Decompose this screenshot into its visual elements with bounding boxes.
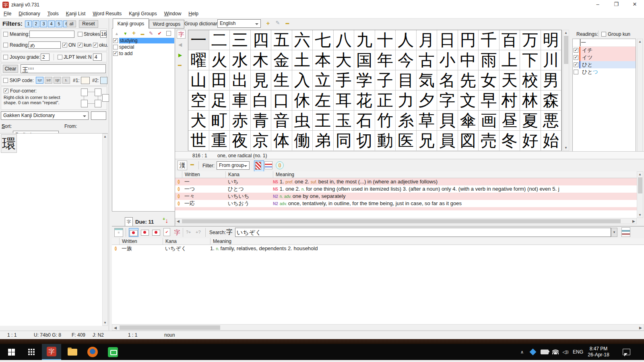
skip-type4-button[interactable]: 1. (62, 77, 70, 84)
uncheck-all-icon[interactable] (166, 31, 171, 36)
tray-chevron-icon[interactable]: ∧ (518, 344, 526, 360)
kanji-cell-夕[interactable]: 夕 (417, 90, 438, 111)
kun-checkbox[interactable] (78, 43, 83, 47)
kanji-cell-気[interactable]: 気 (417, 70, 438, 90)
remove-group-icon[interactable]: ▬ (139, 32, 146, 36)
meaning-checkbox[interactable] (3, 32, 8, 37)
results-hscrollbar[interactable]: ◀ ▶ (112, 324, 644, 331)
kanji-cell-夏[interactable]: 夏 (520, 111, 541, 131)
reading-item[interactable]: イチ (573, 47, 636, 54)
kanji-cell-四[interactable]: 四 (251, 30, 272, 50)
tray-language[interactable]: ENG (572, 344, 584, 360)
kanji-cell-先[interactable]: 先 (458, 70, 479, 90)
kanji-cell-始[interactable]: 始 (541, 131, 562, 151)
kanji-cell-十[interactable]: 十 (375, 30, 396, 50)
inflect-icon[interactable]: +? (196, 230, 201, 234)
skip2-input[interactable] (100, 77, 107, 84)
kanji-cell-画[interactable]: 画 (479, 111, 500, 131)
tray-dropbox-icon[interactable] (528, 344, 538, 360)
kanji-cell-入[interactable]: 入 (292, 70, 313, 90)
kanji-cell-白[interactable]: 白 (251, 90, 272, 111)
kanji-cell-悪[interactable]: 悪 (541, 111, 562, 131)
move-up-icon[interactable]: ▲ (113, 31, 120, 36)
fourcorner-bottomleft[interactable] (81, 100, 88, 107)
fourcorner-bottomright[interactable] (95, 100, 101, 107)
kanji-cell-上[interactable]: 上 (500, 50, 520, 70)
edit-group-icon[interactable]: ✎ (147, 31, 155, 36)
word-list-mode-icon[interactable]: ≡ (114, 228, 123, 237)
kanji-cell-曜[interactable]: 曜 (188, 50, 209, 70)
reading-checkbox[interactable] (574, 55, 578, 60)
word-filter-dropdown[interactable]: From group (217, 161, 250, 170)
menu-help[interactable]: Help (185, 10, 202, 18)
reading-checkbox[interactable] (574, 62, 578, 67)
word-table-scrollbar[interactable]: ▲ ▼ (637, 171, 643, 218)
menu-word-results[interactable]: Word Results (89, 10, 125, 18)
kanji-cell-働[interactable]: 働 (292, 131, 313, 151)
group-checkbox[interactable] (113, 38, 118, 43)
skip-type2-button[interactable]: 1/2 (45, 77, 52, 84)
kanji-cell-子[interactable]: 子 (375, 70, 396, 90)
menu-window[interactable]: Window (161, 10, 185, 18)
group-dictionary-dropdown[interactable]: English (217, 19, 261, 28)
kanji-cell-耳[interactable]: 耳 (334, 90, 355, 111)
kanji-cell-六[interactable]: 六 (292, 30, 313, 50)
kanji-cell-万[interactable]: 万 (520, 30, 541, 50)
menu-kanji-groups[interactable]: Kanji Groups (125, 10, 160, 18)
filter-all-button[interactable]: all (67, 21, 76, 27)
reading-item[interactable]: ひと (573, 61, 636, 68)
skip-checkbox[interactable] (3, 78, 8, 83)
search-jp-to-en-icon[interactable] (129, 228, 138, 237)
kanji-cell-男[interactable]: 男 (541, 70, 562, 90)
group-kun-checkbox[interactable] (601, 32, 606, 37)
kanji-cell-九[interactable]: 九 (354, 30, 375, 50)
search-history-dropdown[interactable]: ▼ (611, 228, 617, 237)
deinflect-icon[interactable]: ?+ (186, 230, 191, 234)
kanji-cell-正[interactable]: 正 (375, 90, 396, 111)
kanji-cell-切[interactable]: 切 (354, 131, 375, 151)
remove-kanji-icon[interactable]: ▬ (178, 63, 182, 67)
collapse-icon[interactable]: ▬ (190, 162, 194, 166)
word-row[interactable]: ()一応いちおうN2adv. once, tentatively, in out… (175, 200, 637, 207)
edit-dictionary-icon[interactable]: ✎ (275, 20, 281, 26)
word-list-icon[interactable] (264, 161, 272, 169)
kanji-cell-五[interactable]: 五 (271, 30, 292, 50)
kanji-cell-名[interactable]: 名 (437, 70, 458, 90)
tray-volume-icon[interactable]: ◁)) (560, 344, 571, 360)
kanji-cell-早[interactable]: 早 (479, 90, 500, 111)
menu-file[interactable]: File (0, 10, 15, 18)
menu-tools[interactable]: Tools (44, 10, 62, 18)
kanji-cell-字[interactable]: 字 (437, 90, 458, 111)
kanji-result-list[interactable]: 環 ▲ ▼ (0, 133, 108, 326)
group-item-special[interactable]: special (113, 44, 174, 50)
scroll-left-icon[interactable]: ◀ (177, 219, 180, 223)
kanji-cell-売[interactable]: 売 (479, 131, 500, 151)
scroll-thumb[interactable] (182, 219, 621, 223)
add-dictionary-icon[interactable]: + (265, 20, 271, 26)
word-row[interactable]: ()一いちN51. pref. one 2. suf. best in, the… (175, 178, 637, 185)
maximize-button[interactable]: ❐ (607, 0, 625, 10)
scroll-thumb[interactable] (638, 177, 642, 193)
strokes-checkbox[interactable] (78, 32, 83, 37)
kanji-result-scrollbar[interactable]: ▲ ▼ (102, 134, 108, 326)
kanji-cell-口[interactable]: 口 (271, 90, 292, 111)
reset-button[interactable]: Reset (79, 20, 98, 28)
kanji-cell-兄[interactable]: 兄 (417, 131, 438, 151)
kanji-cell-下[interactable]: 下 (520, 50, 541, 70)
kanji-cell-重[interactable]: 重 (209, 131, 230, 151)
kanji-cell-赤[interactable]: 赤 (230, 111, 251, 131)
kanji-cell-川[interactable]: 川 (541, 50, 562, 70)
minimize-button[interactable]: – (588, 0, 607, 10)
clear-button[interactable]: Clear (3, 65, 18, 73)
kanji-cell-青[interactable]: 青 (251, 111, 272, 131)
page-left-icon[interactable]: ◀ (178, 42, 182, 47)
kanji-cell-手[interactable]: 手 (334, 70, 355, 90)
scroll-up-icon[interactable]: ▲ (637, 173, 643, 176)
kanji-cell-玉[interactable]: 玉 (334, 111, 355, 131)
filter-button-1[interactable]: 1 (25, 21, 32, 27)
reading-checkbox[interactable] (574, 70, 578, 74)
kanji-cell-花[interactable]: 花 (354, 90, 375, 111)
word-table-hscrollbar[interactable]: ◀ ▶ (175, 218, 637, 224)
kanji-cell-夜[interactable]: 夜 (230, 131, 251, 151)
action-center-icon[interactable] (619, 344, 634, 360)
